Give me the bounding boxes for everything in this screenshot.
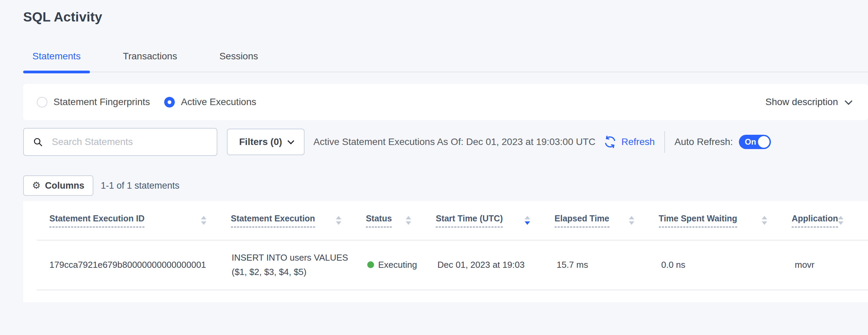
radio-statement-fingerprints[interactable]: Statement Fingerprints — [37, 97, 150, 107]
column-header-label[interactable]: Elapsed Time — [555, 214, 609, 228]
toggle-state-label: On — [745, 137, 756, 147]
status-dot-icon — [367, 261, 374, 268]
results-count: 1-1 of 1 statements — [101, 180, 180, 191]
toolbar: Filters (0) Active Statement Executions … — [23, 128, 868, 156]
cell-elapsed-time: 15.7 ms — [557, 260, 661, 270]
column-header-time-spent-waiting[interactable]: Time Spent Waiting — [659, 201, 792, 240]
column-header-statement-execution[interactable]: Statement Execution — [231, 201, 366, 240]
refresh-icon — [603, 135, 617, 149]
search-input[interactable] — [52, 136, 210, 147]
page-title: SQL Activity — [23, 10, 102, 25]
sort-icon[interactable] — [525, 216, 530, 225]
sort-icon[interactable] — [762, 216, 767, 225]
row-divider — [37, 290, 868, 290]
cell-application: movr — [795, 260, 868, 270]
show-description-label: Show description — [765, 97, 838, 107]
gear-icon: ⚙ — [32, 181, 41, 190]
search-icon — [33, 137, 43, 147]
column-header-elapsed-time[interactable]: Elapsed Time — [555, 201, 659, 240]
table-row[interactable]: 179cca7921e679b80000000000000001 INSERT … — [23, 240, 868, 290]
view-mode-card: Statement Fingerprints Active Executions… — [23, 84, 868, 120]
sort-icon[interactable] — [336, 216, 341, 225]
tab-statements[interactable]: Statements — [23, 50, 90, 72]
as-of-text: Active Statement Executions As Of: Dec 0… — [313, 136, 595, 147]
chevron-down-icon — [288, 137, 294, 144]
tab-bar: Statements Transactions Sessions — [23, 50, 868, 72]
vertical-divider — [664, 131, 665, 153]
column-header-label[interactable]: Status — [366, 214, 392, 228]
columns-button-label: Columns — [45, 180, 84, 191]
cell-time-spent-waiting: 0.0 ns — [661, 260, 795, 270]
filters-button[interactable]: Filters (0) — [227, 129, 305, 155]
column-header-label[interactable]: Statement Execution — [231, 214, 315, 228]
tab-transactions[interactable]: Transactions — [114, 50, 186, 72]
column-header-label[interactable]: Time Spent Waiting — [659, 214, 738, 228]
columns-button[interactable]: ⚙ Columns — [23, 175, 93, 196]
radio-active-executions[interactable]: Active Executions — [164, 97, 256, 107]
search-box[interactable] — [23, 128, 217, 156]
column-header-label[interactable]: Application — [792, 214, 838, 228]
chevron-down-icon — [845, 97, 853, 105]
column-header-status[interactable]: Status — [366, 201, 436, 240]
filters-label: Filters (0) — [239, 136, 282, 147]
status-label: Executing — [378, 260, 417, 270]
column-header-start-time[interactable]: Start Time (UTC) — [436, 201, 555, 240]
sort-icon[interactable] — [838, 216, 843, 225]
header-divider — [37, 240, 868, 241]
column-header-application[interactable]: Application — [792, 201, 868, 240]
sort-icon[interactable] — [201, 216, 206, 225]
view-mode-radio-group: Statement Fingerprints Active Executions — [37, 97, 270, 107]
auto-refresh-toggle[interactable]: On — [739, 135, 771, 149]
cell-status: Executing — [367, 260, 437, 270]
sort-icon[interactable] — [629, 216, 634, 225]
column-header-label[interactable]: Start Time (UTC) — [436, 214, 503, 228]
statements-table: Statement Execution ID Statement Executi… — [23, 201, 868, 302]
auto-refresh-label: Auto Refresh: — [675, 136, 733, 147]
refresh-button[interactable]: Refresh — [603, 135, 655, 149]
sort-icon[interactable] — [406, 216, 411, 225]
column-header-label[interactable]: Statement Execution ID — [49, 214, 144, 228]
show-description-toggle[interactable]: Show description — [765, 97, 850, 107]
radio-label: Active Executions — [181, 97, 256, 107]
refresh-label: Refresh — [621, 136, 655, 147]
table-header-row: Statement Execution ID Statement Executi… — [23, 201, 868, 240]
table-controls: ⚙ Columns 1-1 of 1 statements — [23, 175, 868, 196]
radio-unselected-icon[interactable] — [37, 97, 47, 107]
column-header-statement-execution-id[interactable]: Statement Execution ID — [23, 201, 231, 240]
toggle-knob — [758, 136, 770, 148]
cell-execution-id[interactable]: 179cca7921e679b80000000000000001 — [23, 260, 232, 270]
cell-statement[interactable]: INSERT INTO users VALUES ($1, $2, $3, $4… — [232, 250, 367, 279]
radio-selected-icon[interactable] — [164, 97, 175, 107]
cell-start-time: Dec 01, 2023 at 19:03 — [437, 260, 557, 270]
radio-label: Statement Fingerprints — [53, 97, 150, 107]
tab-sessions[interactable]: Sessions — [210, 50, 267, 72]
